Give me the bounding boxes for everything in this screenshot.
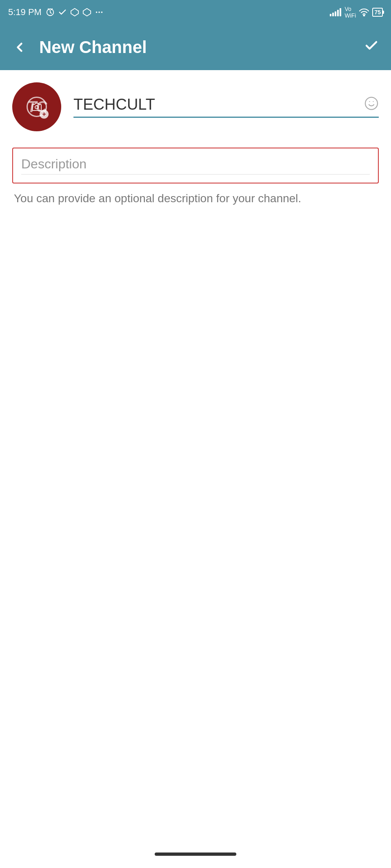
avatar-camera-overlay: + — [27, 97, 47, 117]
status-bar-left: 5:19 PM — [8, 7, 104, 18]
avatar-container[interactable]: TC + — [12, 82, 61, 131]
emoji-icon — [364, 96, 379, 111]
back-button[interactable] — [12, 40, 27, 55]
svg-point-7 — [101, 11, 103, 13]
wifi-icon — [359, 8, 369, 16]
svg-point-10 — [365, 97, 378, 110]
emoji-button[interactable] — [364, 96, 379, 114]
channel-name-input-area[interactable] — [73, 96, 379, 118]
status-bar: 5:19 PM — [0, 0, 391, 24]
vo-wifi-label: VoWiFi — [344, 6, 356, 19]
page-title: New Channel — [39, 38, 364, 57]
description-section: You can provide an optional description … — [12, 148, 379, 207]
status-icons — [46, 8, 104, 17]
svg-marker-4 — [83, 9, 91, 16]
status-time: 5:19 PM — [8, 7, 42, 18]
plus-badge-icon: + — [40, 110, 49, 119]
more-dots-icon — [95, 8, 104, 17]
check-status-icon — [58, 8, 67, 17]
app-bar: New Channel — [0, 24, 391, 70]
channel-name-input[interactable] — [73, 96, 379, 118]
main-content: TC + — [0, 70, 391, 207]
description-input-wrapper[interactable] — [12, 148, 379, 183]
drive-icon-2 — [82, 8, 91, 17]
battery-level: 75 — [374, 9, 381, 15]
channel-name-row: TC + — [12, 82, 379, 131]
camera-icon — [32, 102, 42, 112]
signal-bars-icon — [330, 8, 341, 16]
alarm-icon — [46, 8, 55, 17]
confirm-button[interactable] — [364, 38, 379, 57]
battery-indicator: 75 — [372, 8, 383, 17]
description-hint: You can provide an optional description … — [12, 190, 379, 207]
svg-marker-3 — [71, 9, 78, 16]
home-indicator — [155, 853, 236, 856]
svg-point-5 — [96, 11, 98, 13]
avatar: TC + — [12, 82, 61, 131]
camera-icon-wrapper: + — [27, 97, 47, 117]
svg-point-6 — [98, 11, 100, 13]
drive-icon-1 — [70, 8, 79, 17]
svg-point-9 — [35, 106, 38, 109]
back-arrow-icon — [12, 40, 27, 55]
status-bar-right: VoWiFi 75 — [330, 6, 383, 19]
svg-point-8 — [364, 15, 365, 16]
description-input[interactable] — [21, 157, 370, 174]
confirm-check-icon — [364, 38, 379, 53]
